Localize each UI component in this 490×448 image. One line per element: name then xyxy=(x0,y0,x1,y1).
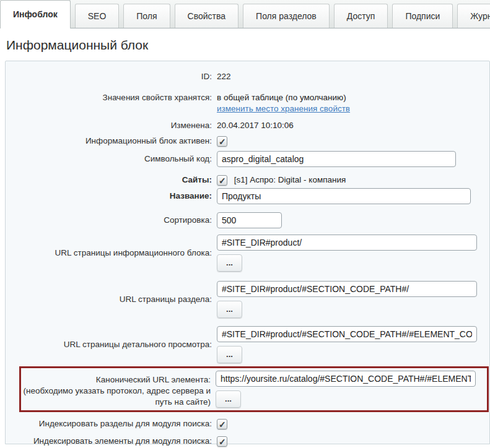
index-elements-checkbox[interactable] xyxy=(217,436,227,447)
canonical-url-highlight-box: Канонический URL элемента: (необходимо у… xyxy=(19,366,489,412)
name-input[interactable] xyxy=(217,188,471,204)
field-row-index-sections: Индексировать разделы для модуля поиска: xyxy=(6,418,489,429)
code-input[interactable] xyxy=(217,151,456,167)
tab-bar: Инфоблок SEO Поля Свойства Поля разделов… xyxy=(0,0,490,28)
field-row-index-elements: Индексировать элементы для модуля поиска… xyxy=(6,436,489,447)
tab-section-fields[interactable]: Поля разделов xyxy=(243,4,330,28)
canonical-label: Канонический URL элемента: (необходимо у… xyxy=(21,371,211,408)
change-storage-link[interactable]: изменить место хранения свойств xyxy=(217,104,350,113)
field-row-active: Информационный блок активен: xyxy=(6,136,489,147)
field-row-name: Название: xyxy=(6,188,489,204)
url-detail-input[interactable] xyxy=(217,326,477,342)
page-title: Информационный блок xyxy=(6,38,490,53)
url-section-label: URL страницы раздела: xyxy=(6,294,212,305)
url-section-browse-button[interactable]: ... xyxy=(217,301,242,318)
tab-fields[interactable]: Поля xyxy=(123,4,170,28)
tab-event-log[interactable]: Журнал событий xyxy=(457,4,490,28)
tab-infoblock[interactable]: Инфоблок xyxy=(0,0,71,28)
field-row-code: Символьный код: xyxy=(6,151,489,167)
active-checkbox[interactable] xyxy=(217,136,227,147)
tab-access[interactable]: Доступ xyxy=(334,4,388,28)
name-label: Название: xyxy=(6,191,212,202)
canonical-url-browse-button[interactable]: ... xyxy=(216,390,241,408)
field-row-url-detail: URL страницы детального просмотра: ... xyxy=(6,326,489,363)
id-value: 222 xyxy=(217,71,231,82)
site-s1-name: [s1] Аспро: Digital - компания xyxy=(234,175,346,184)
field-row-id: ID: 222 xyxy=(6,71,489,82)
url-detail-label: URL страницы детального просмотра: xyxy=(6,339,212,350)
modified-label: Изменена: xyxy=(6,120,212,131)
sort-input[interactable] xyxy=(217,212,282,228)
sort-label: Сортировка: xyxy=(6,215,212,226)
storage-label: Значения свойств хранятся: xyxy=(6,92,212,103)
tab-seo[interactable]: SEO xyxy=(75,4,120,28)
field-row-sort: Сортировка: xyxy=(6,212,489,228)
url-iblock-input[interactable] xyxy=(217,235,477,251)
active-label: Информационный блок активен: xyxy=(6,136,212,147)
site-s1-checkbox[interactable] xyxy=(217,175,227,186)
id-label: ID: xyxy=(6,71,212,82)
url-iblock-browse-button[interactable]: ... xyxy=(217,254,242,272)
field-row-url-section: URL страницы раздела: ... xyxy=(6,281,489,318)
index-elements-label: Индексировать элементы для модуля поиска… xyxy=(6,436,212,447)
canonical-url-input[interactable] xyxy=(216,371,476,387)
sites-label: Сайты: xyxy=(6,174,212,186)
index-sections-checkbox[interactable] xyxy=(217,419,227,429)
infoblock-form-panel: ID: 222 Значения свойств хранятся: в общ… xyxy=(5,61,490,444)
field-row-sites: Сайты: [s1] Аспро: Digital - компания xyxy=(6,174,489,186)
url-section-input[interactable] xyxy=(217,281,477,297)
tab-captions[interactable]: Подписи xyxy=(392,4,453,28)
storage-value: в общей таблице (по умолчанию) xyxy=(217,92,350,103)
index-sections-label: Индексировать разделы для модуля поиска: xyxy=(6,418,212,429)
url-detail-browse-button[interactable]: ... xyxy=(217,346,242,363)
modified-value: 20.04.2017 10:10:06 xyxy=(217,120,294,131)
code-label: Символьный код: xyxy=(6,153,212,165)
url-iblock-label: URL страницы информационного блока: xyxy=(6,248,212,259)
tab-properties[interactable]: Свойства xyxy=(175,4,238,28)
field-row-modified: Изменена: 20.04.2017 10:10:06 xyxy=(6,120,489,131)
field-row-url-iblock: URL страницы информационного блока: ... xyxy=(6,235,489,272)
field-row-storage: Значения свойств хранятся: в общей табли… xyxy=(6,92,489,114)
